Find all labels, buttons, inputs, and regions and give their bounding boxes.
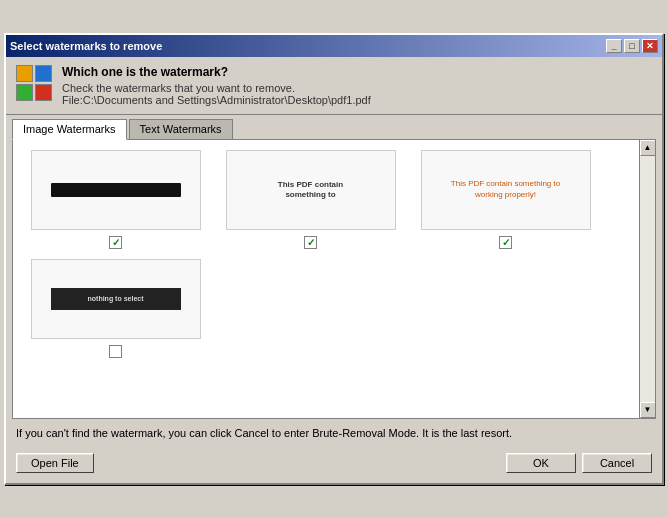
- scroll-up-button[interactable]: ▲: [640, 140, 656, 156]
- watermark-checkbox-4[interactable]: [109, 345, 122, 358]
- scroll-track[interactable]: [640, 156, 655, 402]
- watermark-checkbox-3[interactable]: [499, 236, 512, 249]
- watermark-checkbox-2[interactable]: [304, 236, 317, 249]
- header-title: Which one is the watermark?: [62, 65, 371, 79]
- watermark-item-2: This PDF containsomething to: [218, 150, 403, 249]
- watermark-item-1: [23, 150, 208, 249]
- wm-bottom-bar-4: nothing to select: [51, 288, 181, 310]
- header-text: Which one is the watermark? Check the wa…: [62, 65, 371, 106]
- scrollbar-vertical[interactable]: ▲ ▼: [639, 140, 655, 418]
- title-bar: Select watermarks to remove _ □ ✕: [6, 35, 662, 57]
- watermark-preview-3: This PDF contain something toworking pro…: [421, 150, 591, 230]
- checkbox-row-3: [499, 236, 512, 249]
- status-bar: If you can't find the watermark, you can…: [6, 419, 662, 447]
- status-message: If you can't find the watermark, you can…: [16, 427, 512, 439]
- watermark-item-4: nothing to select: [23, 259, 208, 358]
- header-subtitle: Check the watermarks that you want to re…: [62, 82, 371, 94]
- header-icon: [16, 65, 52, 101]
- header-area: Which one is the watermark? Check the wa…: [6, 57, 662, 115]
- watermark-item-3: This PDF contain something toworking pro…: [413, 150, 598, 249]
- watermark-checkbox-1[interactable]: [109, 236, 122, 249]
- ok-button[interactable]: OK: [506, 453, 576, 473]
- checkbox-row-4: [109, 345, 122, 358]
- tabs-row: Image Watermarks Text Watermarks: [6, 115, 662, 139]
- watermark-preview-4: nothing to select: [31, 259, 201, 339]
- close-button[interactable]: ✕: [642, 39, 658, 53]
- open-file-button[interactable]: Open File: [16, 453, 94, 473]
- main-window: Select watermarks to remove _ □ ✕ Which …: [4, 33, 664, 485]
- minimize-button[interactable]: _: [606, 39, 622, 53]
- wm-black-bar-1: [51, 183, 181, 197]
- tab-image-watermarks[interactable]: Image Watermarks: [12, 119, 127, 140]
- main-content: This PDF containsomething to This PDF co…: [12, 139, 656, 419]
- icon-cell-blue: [35, 65, 52, 82]
- right-buttons: OK Cancel: [506, 453, 652, 473]
- scroll-down-button[interactable]: ▼: [640, 402, 656, 418]
- icon-cell-green: [16, 84, 33, 101]
- checkbox-row-2: [304, 236, 317, 249]
- window-title: Select watermarks to remove: [10, 40, 162, 52]
- wm-bottom-bar-text-4: nothing to select: [88, 295, 144, 302]
- wm-dark-text-2: This PDF containsomething to: [278, 180, 343, 199]
- tab-text-watermarks[interactable]: Text Watermarks: [129, 119, 233, 139]
- watermark-preview-2: This PDF containsomething to: [226, 150, 396, 230]
- title-bar-text: Select watermarks to remove: [10, 40, 162, 52]
- cancel-button[interactable]: Cancel: [582, 453, 652, 473]
- checkbox-row-1: [109, 236, 122, 249]
- icon-cell-red: [35, 84, 52, 101]
- title-bar-controls: _ □ ✕: [606, 39, 658, 53]
- footer-buttons: Open File OK Cancel: [6, 447, 662, 483]
- wm-orange-text-3: This PDF contain something toworking pro…: [451, 179, 560, 200]
- header-filepath: File:C:\Documents and Settings\Administr…: [62, 94, 371, 106]
- watermark-preview-1: [31, 150, 201, 230]
- maximize-button[interactable]: □: [624, 39, 640, 53]
- icon-cell-orange: [16, 65, 33, 82]
- watermarks-grid: This PDF containsomething to This PDF co…: [13, 140, 655, 418]
